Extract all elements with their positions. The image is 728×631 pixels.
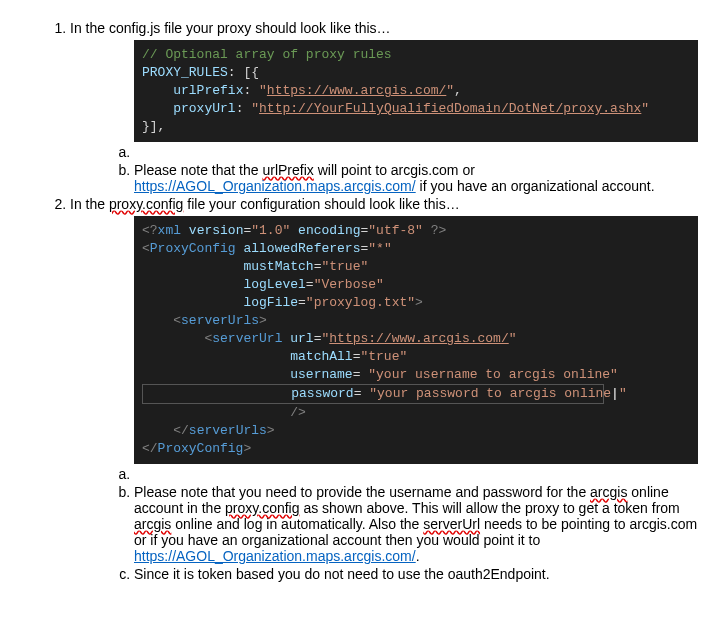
code-comment: // Optional array of proxy rules xyxy=(142,47,392,62)
ordered-list-top: In the config.js file your proxy should … xyxy=(30,20,698,582)
item2-a xyxy=(134,466,698,482)
tag-proxyconfig: ProxyConfig xyxy=(150,241,236,256)
tag-serverurls: serverUrls xyxy=(181,313,259,328)
code-key-proxyrules: PROXY_RULES xyxy=(142,65,228,80)
code-username-value: "your username to arcgis online" xyxy=(368,367,618,382)
code-block-configjs: // Optional array of proxy rules PROXY_R… xyxy=(134,40,698,142)
code-url-proxy: http://YourFullyQualifiedDomain/DotNet/p… xyxy=(259,101,641,116)
code-url-arcgis: https://www.arcgis.com/ xyxy=(267,83,446,98)
code-cursor-line: password= "your password to arcgis onlin… xyxy=(142,384,604,404)
tag-serverurl: serverUrl xyxy=(212,331,282,346)
item2-b: Please note that you need to provide the… xyxy=(134,484,698,564)
text-caret-icon: | xyxy=(611,386,619,401)
list-item-2: In the proxy.config file your configurat… xyxy=(70,196,698,582)
squiggle-serverurl: serverUrl xyxy=(423,516,480,532)
item2-intro: In the proxy.config file your configurat… xyxy=(70,196,460,212)
code-block-proxyconfig: <?xml version="1.0" encoding="utf-8" ?> … xyxy=(134,216,698,464)
squiggle-proxyconfig-2: proxy.config xyxy=(225,500,299,516)
squiggle-arcgis-1: arcgis xyxy=(590,484,627,500)
list-item-1: In the config.js file your proxy should … xyxy=(70,20,698,194)
link-agol-2[interactable]: https://AGOL_Organization.maps.arcgis.co… xyxy=(134,548,416,564)
link-agol-1[interactable]: https://AGOL_Organization.maps.arcgis.co… xyxy=(134,178,416,194)
item1-b: Please note that the urlPrefix will poin… xyxy=(134,162,698,194)
item1-intro: In the config.js file your proxy should … xyxy=(70,20,391,36)
code-key-proxyurl: proxyUrl xyxy=(173,101,235,116)
document-page: In the config.js file your proxy should … xyxy=(0,0,728,604)
code-key-urlprefix: urlPrefix xyxy=(173,83,243,98)
item1-a xyxy=(134,144,698,160)
sublist-2: Please note that you need to provide the… xyxy=(70,466,698,582)
item2-c: Since it is token based you do not need … xyxy=(134,566,698,582)
sublist-1: Please note that the urlPrefix will poin… xyxy=(70,144,698,194)
code-serverurl-value: https://www.arcgis.com/ xyxy=(329,331,508,346)
squiggle-arcgis-2: arcgis xyxy=(134,516,171,532)
squiggle-proxyconfig-1: proxy.config xyxy=(109,196,183,212)
code-password-value: "your password to arcgis online xyxy=(369,386,611,401)
squiggle-urlprefix: urlPrefix xyxy=(262,162,313,178)
